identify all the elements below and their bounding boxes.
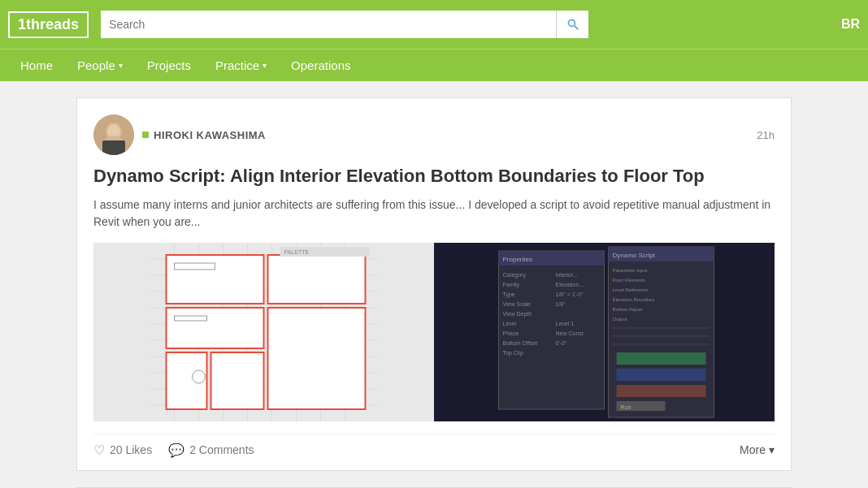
svg-rect-30 bbox=[268, 255, 366, 304]
svg-text:Type: Type bbox=[503, 292, 515, 298]
nav-item-people[interactable]: People ▾ bbox=[65, 50, 135, 82]
post-images: PALETTE Properties Category Interior... … bbox=[93, 243, 775, 421]
author-status-dot bbox=[142, 132, 149, 138]
svg-text:Level: Level bbox=[503, 321, 517, 326]
more-label: More bbox=[740, 443, 766, 456]
user-initials: BR bbox=[841, 17, 860, 32]
svg-text:Level 1: Level 1 bbox=[556, 321, 575, 326]
svg-rect-71 bbox=[617, 385, 706, 397]
search-bar bbox=[101, 11, 588, 38]
post-author-info: HIROKI KAWASHIMA bbox=[93, 114, 266, 155]
heart-icon: ♡ bbox=[93, 443, 105, 458]
nav-item-home[interactable]: Home bbox=[8, 50, 65, 82]
author-name: HIROKI KAWASHIMA bbox=[154, 129, 266, 141]
svg-text:Elevation...: Elevation... bbox=[556, 282, 584, 287]
nav-item-operations[interactable]: Operations bbox=[279, 50, 362, 82]
svg-text:Bottom Offset: Bottom Offset bbox=[503, 340, 538, 346]
svg-text:Bottom Adjust: Bottom Adjust bbox=[613, 307, 643, 312]
comments-count: 2 Comments bbox=[189, 443, 254, 456]
comment-button[interactable]: 💬 2 Comments bbox=[168, 443, 254, 458]
post-image-left: PALETTE bbox=[93, 243, 434, 421]
svg-rect-28 bbox=[167, 352, 207, 409]
svg-text:Output: Output bbox=[613, 317, 627, 322]
logo-text: 1threads bbox=[18, 16, 79, 32]
comment-icon: 💬 bbox=[168, 443, 184, 458]
svg-rect-26 bbox=[167, 255, 264, 304]
more-chevron-icon: ▾ bbox=[769, 443, 775, 456]
svg-line-1 bbox=[574, 26, 578, 30]
svg-text:1/8": 1/8" bbox=[556, 301, 566, 307]
svg-text:0'-0": 0'-0" bbox=[556, 340, 567, 346]
main-content: HIROKI KAWASHIMA 21h Dynamo Script: Alig… bbox=[68, 81, 800, 488]
svg-text:New Const.: New Const. bbox=[556, 330, 585, 336]
practice-dropdown-icon: ▾ bbox=[263, 61, 267, 70]
svg-text:Top Clip: Top Clip bbox=[503, 350, 523, 356]
post-header: HIROKI KAWASHIMA 21h bbox=[93, 114, 775, 155]
search-icon bbox=[566, 18, 579, 31]
post-title: Dynamo Script: Align Interior Elevation … bbox=[93, 165, 775, 188]
search-button[interactable] bbox=[556, 11, 588, 38]
svg-text:Phase: Phase bbox=[503, 330, 519, 336]
svg-rect-27 bbox=[167, 308, 264, 348]
post-actions: ♡ 20 Likes 💬 2 Comments bbox=[93, 443, 254, 458]
post-time: 21h bbox=[757, 129, 775, 141]
svg-text:View Scale: View Scale bbox=[503, 301, 532, 307]
svg-text:Family: Family bbox=[503, 282, 520, 288]
svg-text:Interior...: Interior... bbox=[556, 272, 578, 278]
nav-item-practice[interactable]: Practice ▾ bbox=[203, 50, 279, 82]
svg-rect-29 bbox=[211, 352, 264, 409]
search-input[interactable] bbox=[101, 11, 556, 38]
svg-rect-31 bbox=[268, 308, 366, 409]
post-excerpt: I assume many interns and junior archite… bbox=[93, 196, 775, 231]
svg-text:Run: Run bbox=[621, 404, 631, 410]
svg-text:View Depth: View Depth bbox=[503, 311, 532, 317]
svg-text:Properties: Properties bbox=[503, 256, 532, 263]
post-footer: ♡ 20 Likes 💬 2 Comments More ▾ bbox=[93, 434, 775, 458]
svg-rect-6 bbox=[102, 140, 125, 155]
svg-text:Elevation Boundary: Elevation Boundary bbox=[613, 297, 655, 302]
svg-rect-70 bbox=[617, 369, 706, 381]
svg-text:Level Reference: Level Reference bbox=[613, 287, 649, 292]
avatar bbox=[93, 114, 134, 155]
nav: Home People ▾ Projects Practice ▾ Operat… bbox=[0, 49, 868, 81]
likes-count: 20 Likes bbox=[110, 443, 152, 456]
revit-dialog-image: Properties Category Interior... Family E… bbox=[434, 243, 775, 421]
svg-text:Parameter Input: Parameter Input bbox=[613, 268, 648, 273]
svg-text:1/8" = 1'-0": 1/8" = 1'-0" bbox=[556, 292, 584, 297]
author-name-wrapper: HIROKI KAWASHIMA bbox=[142, 129, 266, 141]
svg-text:Category: Category bbox=[503, 272, 527, 279]
svg-text:Dynamo Script: Dynamo Script bbox=[613, 252, 656, 259]
people-dropdown-icon: ▾ bbox=[119, 61, 123, 70]
avatar-image bbox=[93, 114, 134, 155]
post-image-right: Properties Category Interior... Family E… bbox=[434, 243, 775, 421]
svg-rect-69 bbox=[617, 352, 706, 365]
floor-plan-image: PALETTE bbox=[93, 243, 434, 421]
logo: 1threads bbox=[8, 11, 89, 38]
more-button[interactable]: More ▾ bbox=[740, 443, 775, 456]
svg-text:PALETTE: PALETTE bbox=[284, 249, 310, 255]
nav-item-projects[interactable]: Projects bbox=[135, 50, 203, 82]
svg-point-0 bbox=[568, 19, 575, 26]
svg-text:Floor Elements: Floor Elements bbox=[613, 278, 645, 283]
header: 1threads BR bbox=[0, 0, 868, 49]
like-button[interactable]: ♡ 20 Likes bbox=[93, 443, 152, 458]
post-card: HIROKI KAWASHIMA 21h Dynamo Script: Alig… bbox=[76, 97, 792, 471]
